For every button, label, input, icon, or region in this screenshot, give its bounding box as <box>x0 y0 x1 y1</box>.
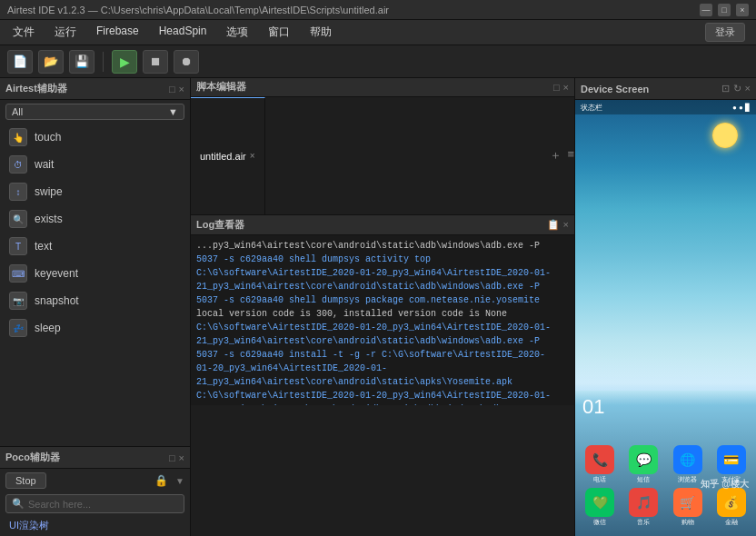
poco-icon-close[interactable]: × <box>179 452 184 463</box>
poco-icon-1[interactable]: □ <box>169 452 175 463</box>
device-icon-2[interactable]: ↻ <box>733 83 741 94</box>
log-entry-9: 01-20_py3_win64\AirtestIDE_2020-01- <box>196 362 569 375</box>
phone-background: 状态栏 ● ● ▊ 01 📞 电话 <box>575 100 756 536</box>
open-file-button[interactable]: 📂 <box>38 50 64 74</box>
app-music-icon: 🎵 <box>629 488 658 517</box>
device-icon-1[interactable]: ⊡ <box>721 83 730 94</box>
run-button[interactable]: ▶ <box>112 50 137 74</box>
menu-options[interactable]: 选项 <box>217 22 257 43</box>
airtest-item-wait[interactable]: ⏱ wait <box>0 151 190 178</box>
watermark: 知乎 @楼大 <box>701 478 749 491</box>
editor-tab-label: untitled.air <box>200 151 246 162</box>
log-icon-1[interactable]: 📋 <box>547 219 560 231</box>
sleep-label: sleep <box>35 322 61 334</box>
log-entry-6: C:\G\software\AirtestIDE_2020-01-20_py3_… <box>196 321 569 334</box>
text-icon: T <box>9 237 27 255</box>
poco-panel: Poco辅助器 □ × Stop 🔒 ▼ 🔍 Search here... UI… <box>0 446 190 536</box>
log-entry-8: 5037 -s c629aa40 install -t -g -r C:\G\s… <box>196 348 569 362</box>
swipe-icon: ↕ <box>9 183 27 201</box>
title-bar-controls: — □ × <box>700 4 749 16</box>
app-browser-icon: 🌐 <box>673 445 702 474</box>
device-screen: 状态栏 ● ● ▊ 01 📞 电话 <box>575 100 756 536</box>
dropdown-arrow-icon: ▼ <box>168 106 178 117</box>
minimize-button[interactable]: — <box>700 4 712 16</box>
new-file-button[interactable]: 📄 <box>7 50 33 74</box>
airtest-item-touch[interactable]: 👆 touch <box>0 124 190 151</box>
panel-icon-1[interactable]: □ <box>169 84 175 94</box>
menu-firebase[interactable]: Firebase <box>87 22 148 43</box>
app-wechat[interactable]: 💚 微信 <box>580 488 620 527</box>
log-icon-close[interactable]: × <box>563 219 569 231</box>
app-music[interactable]: 🎵 音乐 <box>623 488 663 527</box>
poco-search-box[interactable]: 🔍 Search here... <box>5 494 184 513</box>
airtest-item-swipe[interactable]: ↕ swipe <box>0 178 190 205</box>
app-finance-label: 金融 <box>711 518 751 527</box>
airtest-item-snapshot[interactable]: 📷 snapshot <box>0 287 190 314</box>
app-alipay-icon: 💳 <box>717 445 746 474</box>
editor-tabs: untitled.air × ＋ ≡ <box>191 97 574 214</box>
app-shop-icon: 🛒 <box>673 488 702 517</box>
right-panel: Device Screen ⊡ ↻ × 状态栏 ● ● ▊ 01 <box>574 78 756 536</box>
save-file-button[interactable]: 💾 <box>69 50 94 74</box>
menu-window[interactable]: 窗口 <box>259 22 299 43</box>
app-finance[interactable]: 💰 金融 <box>711 488 751 527</box>
log-entry-4: 5037 -s c629aa40 shell dumpsys package c… <box>196 293 569 307</box>
swipe-label: swipe <box>35 185 63 198</box>
phone-dock-area: 01 📞 电话 💬 短信 🌐 浏览器 <box>575 391 756 536</box>
menu-right: 登录 <box>705 23 752 42</box>
airtest-list: 👆 touch ⏱ wait ↕ swipe 🔍 exists T text ⌨ <box>0 124 190 446</box>
wait-icon: ⏱ <box>9 155 27 174</box>
airtest-item-text[interactable]: T text <box>0 233 190 260</box>
editor-tab-bar-icons: □ × <box>553 82 569 93</box>
phone-status-bar: 状态栏 ● ● ▊ <box>575 100 756 114</box>
airtest-item-exists[interactable]: 🔍 exists <box>0 205 190 233</box>
log-panel-icons: 📋 × <box>547 219 569 231</box>
editor-tab-close-icon[interactable]: × <box>250 151 255 161</box>
airtest-panel-icons: □ × <box>169 84 184 94</box>
toolbar: 📄 📂 💾 ▶ ⏹ ⏺ <box>0 45 756 78</box>
exists-icon: 🔍 <box>9 210 27 228</box>
airtest-panel-title: Airtest辅助器 <box>5 82 67 95</box>
app-finance-icon: 💰 <box>717 488 746 517</box>
record-button[interactable]: ⏺ <box>174 50 199 74</box>
poco-stop-button[interactable]: Stop <box>5 472 46 489</box>
sea-decoration <box>575 354 756 391</box>
panel-icon-close[interactable]: × <box>179 84 184 94</box>
log-content: ...py3_win64\airtest\core\android\static… <box>191 235 574 405</box>
log-entry-5: local version code is 300, installed ver… <box>196 307 569 321</box>
editor-icon-1[interactable]: □ <box>553 82 560 93</box>
add-tab-icon[interactable]: ＋ <box>550 147 562 164</box>
search-placeholder: Search here... <box>28 499 91 510</box>
log-entry-11: C:\G\software\AirtestIDE_2020-01-20_py3_… <box>196 389 569 402</box>
stop-button[interactable]: ⏹ <box>143 50 168 74</box>
maximize-button[interactable]: □ <box>718 4 731 16</box>
device-panel-icons: ⊡ ↻ × <box>721 83 751 94</box>
airtest-dropdown[interactable]: All ▼ <box>5 104 184 120</box>
airtest-item-sleep[interactable]: 💤 sleep <box>0 314 190 342</box>
editor-tab-untitled[interactable]: untitled.air × <box>191 97 265 214</box>
device-icon-close[interactable]: × <box>745 83 751 94</box>
editor-icon-close[interactable]: × <box>563 82 569 93</box>
app-phone-label: 电话 <box>580 475 620 484</box>
poco-ui-label: UI渲染树 <box>0 515 190 536</box>
touch-label: touch <box>35 131 61 144</box>
editor-tab-bar: 脚本编辑器 □ × <box>191 78 574 97</box>
log-entry-12: 21_py3_win64\airtest\core\android\static… <box>196 402 569 405</box>
search-icon: 🔍 <box>12 498 25 510</box>
app-phone[interactable]: 📞 电话 <box>580 445 620 484</box>
device-panel-header: Device Screen ⊡ ↻ × <box>575 78 756 100</box>
app-shop[interactable]: 🛒 购物 <box>668 488 708 527</box>
close-button[interactable]: × <box>736 4 749 16</box>
poco-panel-title: Poco辅助器 <box>5 451 60 464</box>
menu-help[interactable]: 帮助 <box>301 22 341 43</box>
app-sms[interactable]: 💬 短信 <box>623 445 663 484</box>
menu-headspin[interactable]: HeadSpin <box>150 22 216 43</box>
tab-menu-icon[interactable]: ≡ <box>567 147 574 164</box>
phone-time: 状态栏 <box>581 103 602 113</box>
menu-run[interactable]: 运行 <box>45 22 85 43</box>
menu-file[interactable]: 文件 <box>4 22 44 43</box>
keyevent-icon: ⌨ <box>9 264 27 283</box>
login-button[interactable]: 登录 <box>705 23 745 42</box>
log-entry-7: 21_py3_win64\airtest\core\android\static… <box>196 334 569 348</box>
airtest-item-keyevent[interactable]: ⌨ keyevent <box>0 260 190 287</box>
